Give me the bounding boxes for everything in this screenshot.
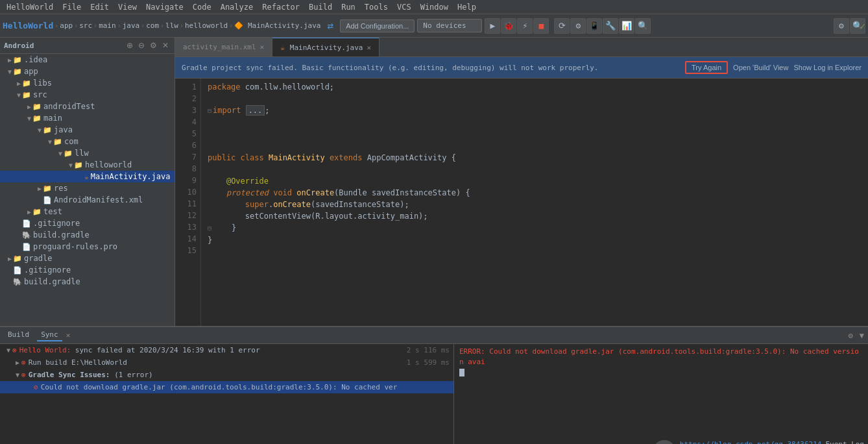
tree-item-res[interactable]: ▶ 📁 res <box>0 182 175 194</box>
layout-inspector-button[interactable]: 🔍 <box>635 18 651 34</box>
tab-label: MainActivity.java <box>290 43 363 52</box>
tree-item-com[interactable]: ▼ 📁 com <box>0 136 175 147</box>
folder-icon: 📁 <box>64 149 73 158</box>
tree-item-main[interactable]: ▼ 📁 main <box>0 112 175 124</box>
menu-window[interactable]: Window <box>416 1 452 13</box>
sidebar-expand-all[interactable]: ⊕ <box>125 40 135 51</box>
breadcrumb-helloworld[interactable]: HelloWorld <box>3 21 53 31</box>
breadcrumb-helloworld2[interactable]: helloworld <box>185 21 228 30</box>
tab-activity-main-xml[interactable]: activity_main.xml ✕ <box>175 38 272 56</box>
tree-item-androidtest[interactable]: ▶ 📁 androidTest <box>0 101 175 112</box>
menu-edit[interactable]: Edit <box>86 1 113 13</box>
java-file-icon: ☕ <box>84 173 89 181</box>
sdk-button[interactable]: 🔧 <box>603 18 618 34</box>
avd-button[interactable]: 📱 <box>586 18 602 34</box>
build-list: ▼ ⊗ Hello World: sync failed at 2020/3/2… <box>0 344 454 444</box>
expand-icon[interactable]: ▶ <box>16 359 19 366</box>
tree-item-src[interactable]: ▼ 📁 src <box>0 89 175 101</box>
run-button[interactable]: ▶ <box>485 18 500 34</box>
tree-item-buildgradle-root[interactable]: ▶ 🐘 build.gradle <box>0 276 175 288</box>
sync-button[interactable]: ⟳ <box>554 18 570 34</box>
bottom-tab-sync[interactable]: Sync <box>37 329 62 341</box>
bottom-tab-build[interactable]: Build <box>4 329 33 341</box>
menu-navigate[interactable]: Navigate <box>142 1 187 13</box>
menu-view[interactable]: View <box>114 1 141 13</box>
expand-icon[interactable]: ▼ <box>6 347 10 354</box>
tree-item-gitignore-root[interactable]: ▶ 📄 .gitignore <box>0 264 175 276</box>
show-log-button[interactable]: Show Log in Explorer <box>793 64 862 71</box>
xml-file-icon: 📄 <box>43 196 52 204</box>
breadcrumb-src[interactable]: src <box>79 21 92 30</box>
code-line-15 <box>208 246 862 258</box>
sidebar-close[interactable]: ✕ <box>160 40 171 51</box>
build-text: Hello World: sync failed at 2020/3/24 16… <box>19 346 407 354</box>
menu-run[interactable]: Run <box>337 1 359 13</box>
settings-button[interactable]: ⚙ <box>834 18 849 34</box>
breadcrumb-app[interactable]: app <box>60 21 73 30</box>
tree-item-proguard[interactable]: ▶ 📄 proguard-rules.pro <box>0 241 175 253</box>
menu-build[interactable]: Build <box>305 1 336 13</box>
menu-file[interactable]: File <box>58 1 85 13</box>
tree-item-test[interactable]: ▶ 📁 test <box>0 206 175 217</box>
breadcrumb-llw[interactable]: llw <box>165 21 178 30</box>
tree-item-gitignore-app[interactable]: ▶ 📄 .gitignore <box>0 217 175 229</box>
menu-vcs[interactable]: VCS <box>393 1 415 13</box>
tree-item-androidmanifest[interactable]: ▶ 📄 AndroidManifest.xml <box>0 194 175 206</box>
open-build-button[interactable]: Open 'Build' View <box>733 64 788 71</box>
sidebar-settings[interactable]: ⚙ <box>148 40 159 51</box>
build-row-download-error[interactable]: ⊘ Could not download gradle.jar (com.and… <box>0 381 453 393</box>
expand-icon[interactable]: ▼ <box>16 371 19 378</box>
tab-mainactivity-java[interactable]: ☕ MainActivity.java ✕ <box>272 38 380 56</box>
bottom-panel-close-icon[interactable]: ✕ <box>66 331 71 339</box>
breadcrumb-com[interactable]: com <box>146 21 159 30</box>
tree-item-helloworld-folder[interactable]: ▼ 📁 helloworld <box>0 159 175 171</box>
tree-item-libs[interactable]: ▶ 📁 libs <box>0 77 175 89</box>
device-selector[interactable]: No devices <box>417 19 482 32</box>
build-row-run-build[interactable]: ▶ ⊗ Run build E:\HelloWorld 1 s 599 ms <box>0 356 453 369</box>
menu-bar: HelloWorld File Edit View Navigate Code … <box>0 0 868 14</box>
tab-close-icon[interactable]: ✕ <box>260 43 265 51</box>
tree-item-buildgradle-app[interactable]: ▶ 🐘 build.gradle <box>0 229 175 241</box>
folder-icon: 📁 <box>32 208 42 216</box>
tree-item-java[interactable]: ▼ 📁 java <box>0 124 175 136</box>
expand-icon: ▶ <box>38 185 42 192</box>
add-configuration-button[interactable]: Add Configuration... <box>340 19 415 32</box>
stop-button[interactable]: ■ <box>533 18 549 34</box>
tree-item-mainactivity[interactable]: ▶ ☕ MainActivity.java <box>0 171 175 182</box>
profiler-button[interactable]: 📊 <box>619 18 634 34</box>
tree-item-gradle-folder[interactable]: ▶ 📁 gradle <box>0 253 175 264</box>
menu-help[interactable]: Help <box>453 1 480 13</box>
tree-item-llw[interactable]: ▼ 📁 llw <box>0 147 175 159</box>
menu-helloworld[interactable]: HelloWorld <box>3 1 57 13</box>
build-row-sync-failed[interactable]: ▼ ⊗ Hello World: sync failed at 2020/3/2… <box>0 344 453 356</box>
folder-icon: 📁 <box>74 161 83 169</box>
breadcrumb-java[interactable]: java <box>123 21 140 30</box>
bottom-settings-icon[interactable]: ⚙ <box>849 331 853 340</box>
tree-label: gradle <box>24 254 52 263</box>
menu-tools[interactable]: Tools <box>361 1 392 13</box>
csdn-link[interactable]: https://blog.csdn.net/qq_38436214 <box>680 440 822 445</box>
output-error-line: ERROR: Could not download gradle.jar (co… <box>459 347 863 367</box>
tab-close-icon[interactable]: ✕ <box>367 43 371 52</box>
try-again-button[interactable]: Try Again <box>685 61 728 74</box>
bottom-maximize-icon[interactable]: ▼ <box>860 331 864 340</box>
menu-analyze[interactable]: Analyze <box>217 1 258 13</box>
event-log-label[interactable]: Event Log <box>825 440 864 445</box>
tree-label: test <box>43 207 62 216</box>
debug-button[interactable]: 🐞 <box>501 18 516 34</box>
menu-code[interactable]: Code <box>189 1 215 13</box>
gradle-button[interactable]: ⚙ <box>570 18 586 34</box>
tree-item-idea[interactable]: ▶ 📁 .idea <box>0 54 175 66</box>
tree-label: app <box>24 67 38 76</box>
attach-debugger-button[interactable]: ⚡ <box>517 18 533 34</box>
code-content[interactable]: package com.llw.helloworld; ⊟import ...;… <box>201 79 868 326</box>
tree-item-app[interactable]: ▼ 📁 app <box>0 66 175 77</box>
sidebar-collapse-all[interactable]: ⊖ <box>136 40 147 51</box>
menu-refactor[interactable]: Refactor <box>258 1 304 13</box>
tab-label: activity_main.xml <box>183 43 256 51</box>
build-row-gradle-issues[interactable]: ▼ ⊗ Gradle Sync Issues: (1 error) <box>0 369 453 381</box>
breadcrumb-main[interactable]: main <box>99 21 116 30</box>
error-icon: ⊗ <box>21 358 26 367</box>
toolbar-extras: ⟳ ⚙ 📱 🔧 📊 🔍 <box>554 18 651 34</box>
breadcrumb-mainactivity[interactable]: 🔶 MainActivity.java <box>234 21 320 30</box>
